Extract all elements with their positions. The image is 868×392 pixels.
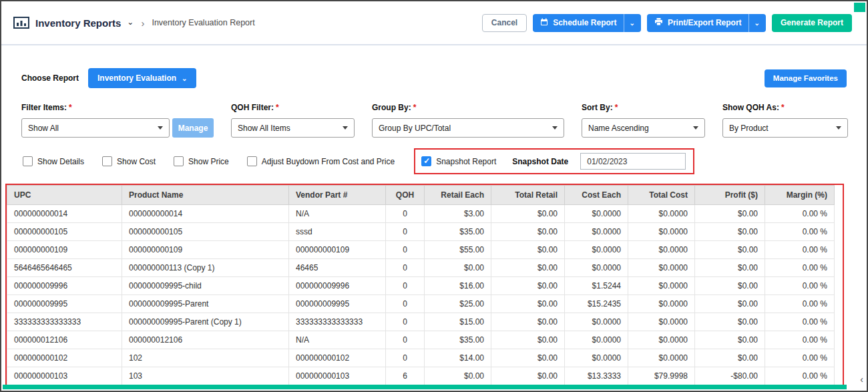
table-cell: $0.0000 — [565, 223, 628, 241]
column-header: Total Retail — [491, 186, 565, 205]
adjust-buydown-label: Adjust Buydown From Cost and Price — [262, 157, 395, 166]
table-cell: 0 — [386, 295, 425, 313]
table-cell: $0.00 — [425, 367, 491, 385]
table-cell: $0.00 — [491, 259, 565, 277]
corner-widget[interactable] — [854, 3, 865, 12]
table-cell: $0.00 — [695, 295, 765, 313]
table-cell: $0.0000 — [628, 295, 695, 313]
chevron-down-icon — [693, 126, 698, 130]
table-row[interactable]: 0000000001090000000001090000000001090$55… — [7, 241, 835, 259]
print-export-dropdown-chevron-icon[interactable]: ⌄ — [749, 19, 765, 27]
table-cell: $0.0000 — [565, 313, 628, 331]
manage-filter-button[interactable]: Manage — [172, 118, 214, 138]
table-row[interactable]: 000000009995000000009995-Parent000000009… — [7, 295, 835, 313]
table-cell: 0.00 % — [765, 367, 835, 385]
title-chevron-down-icon[interactable]: ⌄ — [127, 17, 134, 27]
table-cell: $25.00 — [425, 295, 491, 313]
table-row[interactable]: 000000009996000000009995-child0000000099… — [7, 277, 835, 295]
table-cell: 0.00 % — [765, 241, 835, 259]
table-cell: 000000000105 — [122, 223, 289, 241]
report-type-dropdown[interactable]: Inventory Evaluation ⌄ — [88, 68, 196, 88]
show-price-option[interactable]: Show Price — [174, 156, 229, 166]
collapse-panel-icon[interactable]: ‹ — [860, 375, 863, 384]
table-cell: 000000012106 — [7, 331, 122, 349]
show-price-label: Show Price — [188, 157, 229, 166]
table-cell: 000000000102 — [289, 349, 386, 367]
table-row[interactable]: 0000000001021020000000001020$14.00$0.00$… — [7, 349, 835, 367]
table-cell: 000000009996 — [289, 277, 386, 295]
table-cell: 000000000109 — [289, 241, 386, 259]
qoh-filter-select[interactable]: Show All Items — [231, 118, 355, 138]
table-cell: 0.00 % — [765, 277, 835, 295]
table-cell: 000000000113 (Copy 1) — [122, 259, 289, 277]
table-cell: $0.0000 — [565, 241, 628, 259]
table-cell: 000000009995-child — [122, 277, 289, 295]
bar-chart-icon — [13, 17, 29, 29]
group-by-select[interactable]: Group By UPC/Total — [372, 118, 564, 138]
snapshot-report-checkbox[interactable] — [421, 156, 431, 166]
show-price-checkbox[interactable] — [174, 156, 184, 166]
table-row[interactable]: 000000000105000000000105sssd0$35.00$0.00… — [7, 223, 835, 241]
column-header: Margin (%) — [765, 186, 835, 205]
header-actions: Cancel Schedule Report ⌄ — [482, 14, 852, 32]
sort-by-value: Name Ascending — [588, 124, 649, 133]
generate-report-button[interactable]: Generate Report — [772, 14, 852, 32]
table-cell: $0.00 — [491, 277, 565, 295]
table-cell: $13.3333 — [565, 367, 628, 385]
table-cell: $0.00 — [695, 259, 765, 277]
filter-items-select[interactable]: Show All — [21, 118, 170, 138]
table-cell: $0.0000 — [565, 331, 628, 349]
table-cell: 000000000014 — [122, 205, 289, 223]
table-cell: 000000000102 — [7, 349, 122, 367]
report-table-header: UPCProduct NameVendor Part #QOHRetail Ea… — [7, 186, 835, 205]
table-cell: 6 — [386, 367, 425, 385]
table-cell: $0.00 — [695, 277, 765, 295]
choose-report-label: Choose Report — [21, 73, 79, 83]
schedule-report-button[interactable]: Schedule Report ⌄ — [533, 14, 641, 32]
column-header: Profit ($) — [695, 186, 765, 205]
table-cell: 0 — [386, 259, 425, 277]
table-cell: $79.9998 — [628, 367, 695, 385]
schedule-report-label: Schedule Report — [553, 18, 616, 27]
report-type-value: Inventory Evaluation — [97, 73, 176, 83]
column-header: Retail Each — [425, 186, 491, 205]
show-cost-option[interactable]: Show Cost — [102, 156, 156, 166]
table-cell: $16.00 — [425, 277, 491, 295]
chevron-down-icon — [836, 126, 841, 130]
sort-by-select[interactable]: Name Ascending — [582, 118, 705, 138]
table-cell: $0.0000 — [628, 223, 695, 241]
schedule-dropdown-chevron-icon[interactable]: ⌄ — [624, 19, 640, 27]
table-row[interactable]: 0000000001031030000000001036$0.00$0.00$1… — [7, 367, 835, 385]
adjust-buydown-option[interactable]: Adjust Buydown From Cost and Price — [247, 156, 395, 166]
table-cell: 46465 — [289, 259, 386, 277]
table-cell: 333333333333333 — [289, 313, 386, 331]
show-qoh-as-select[interactable]: By Product — [722, 118, 848, 138]
cancel-button[interactable]: Cancel — [482, 14, 527, 32]
table-cell: $0.00 — [491, 295, 565, 313]
table-cell: 0 — [386, 241, 425, 259]
table-row[interactable]: 5646465646465000000000113 (Copy 1)464650… — [7, 259, 835, 277]
adjust-buydown-checkbox[interactable] — [247, 156, 257, 166]
table-cell: $0.00 — [491, 331, 565, 349]
required-mark: * — [69, 103, 72, 112]
chevron-down-icon — [158, 126, 163, 130]
snapshot-report-option[interactable]: Snapshot Report — [421, 156, 496, 166]
manage-favorites-button[interactable]: Manage Favorites — [765, 69, 847, 87]
table-cell: 0.00 % — [765, 349, 835, 367]
table-row[interactable]: 333333333333333000000009995-Parent (Copy… — [7, 313, 835, 331]
show-cost-checkbox[interactable] — [102, 156, 112, 166]
table-row[interactable]: 000000000014000000000014N/A0$3.00$0.00$0… — [7, 205, 835, 223]
show-details-checkbox[interactable] — [23, 156, 33, 166]
options-row: Show Details Show Cost Show Price Adjust… — [23, 148, 867, 174]
table-cell: $1.5244 — [565, 277, 628, 295]
table-cell: $0.00 — [491, 367, 565, 385]
print-export-report-button[interactable]: Print/Export Report ⌄ — [647, 14, 766, 32]
table-row[interactable]: 000000012106000000012106N/A0$35.00$0.00$… — [7, 331, 835, 349]
show-details-option[interactable]: Show Details — [23, 156, 84, 166]
required-mark: * — [276, 103, 279, 112]
snapshot-date-input[interactable] — [580, 153, 686, 170]
filter-items-group: Filter Items:* Show All Manage — [21, 103, 214, 138]
table-cell: $0.00 — [491, 349, 565, 367]
table-cell: $14.00 — [425, 349, 491, 367]
column-header: Total Cost — [628, 186, 695, 205]
